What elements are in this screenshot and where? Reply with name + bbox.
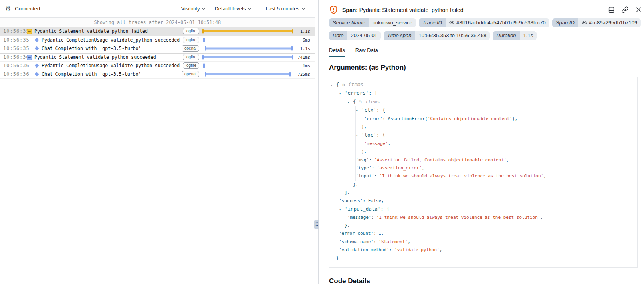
trace-time: 10:56:36 (3, 71, 24, 77)
visibility-label: Visibility (181, 6, 200, 12)
trace-row[interactable]: 10:56:35Pydantic Statement validate_pyth… (0, 27, 315, 36)
toggle-minus-icon (27, 55, 32, 60)
link-icon[interactable] (582, 20, 587, 25)
trace-time: 10:56:35 (3, 28, 24, 34)
collapse-toggle-icon[interactable] (26, 55, 32, 60)
code-details-heading: Code Details (329, 277, 644, 284)
trace-row[interactable]: 10:56:36Pydantic Statement validate_pyth… (0, 53, 315, 62)
indent-guide (339, 214, 347, 222)
tab-raw-data[interactable]: Raw Data (355, 47, 378, 57)
trace-row[interactable]: 10:56:36Pydantic CompletionUsage validat… (0, 62, 315, 70)
trace-row[interactable]: 10:56:36Chat Completion with 'gpt-3.5-tu… (0, 70, 315, 79)
meta-chip-value-text: 2024-05-01 (351, 32, 377, 38)
close-icon[interactable] (635, 6, 642, 14)
diamond-shape (34, 46, 39, 51)
span-diamond-icon (34, 64, 40, 67)
indent-guide (347, 156, 356, 164)
duration-label: 1.1s (297, 46, 315, 51)
collapse-chevron-icon[interactable]: ▾ (331, 81, 336, 89)
trace-time: 10:56:35 (3, 46, 24, 51)
code-line: 'message': 'I think we should always tre… (331, 214, 633, 222)
indent-guide (331, 156, 339, 164)
code-token: : (371, 214, 376, 222)
meta-chip: Trace ID#3ff16acbdde4a547b01d9c9c533fcc7… (419, 18, 549, 27)
scope-badge: openai (180, 45, 199, 52)
indent-guide (356, 140, 364, 148)
meta-chip-value-text: #3ff16acbdde4a547b01d9c9c533fcc70 (456, 20, 546, 26)
meta-chip-value[interactable]: #3ff16acbdde4a547b01d9c9c533fcc70 (446, 18, 549, 27)
arguments-python-view: ▾{ 6 items▾'errors': [▾{ 5 items▾'ctx': … (329, 77, 638, 268)
tab-details[interactable]: Details (329, 47, 345, 57)
app: ⚙ Connected Visibility Default levels La… (0, 0, 644, 284)
scope-badge: logfire (180, 54, 199, 60)
bar-line (205, 73, 291, 75)
meta-chip-label: Time span (384, 31, 415, 40)
indent-guide (331, 89, 339, 97)
span-meta-row-2: Date2024-05-01Time span10:56:35.353 to 1… (329, 31, 644, 40)
chevron-down-icon (248, 7, 252, 11)
indent-guide (347, 131, 356, 139)
link-icon[interactable] (449, 20, 454, 25)
scope-badge: logfire (180, 28, 199, 34)
indent-guide (331, 172, 339, 180)
default-levels-dropdown[interactable]: Default levels (214, 6, 252, 12)
collapse-chevron-icon[interactable]: ▾ (356, 131, 361, 139)
span-diamond-icon (34, 38, 40, 42)
duration-label: 6ms (297, 38, 315, 42)
bar-cap (203, 64, 205, 68)
indent-guide (339, 131, 347, 139)
visibility-dropdown[interactable]: Visibility (181, 6, 206, 12)
code-line: 'success': False, (331, 197, 633, 205)
meta-chip: Service Nameunknown_service (329, 18, 416, 27)
collapse-chevron-icon[interactable]: ▾ (347, 98, 353, 106)
code-token: 1 (378, 230, 381, 238)
code-token: 'error_count' (339, 230, 373, 238)
time-range-dropdown[interactable]: Last 5 minutes (266, 6, 305, 12)
gear-icon[interactable]: ⚙ (5, 6, 11, 12)
duration-label: 1.1s (297, 29, 315, 34)
arguments-heading: Arguments: (as Python) (329, 64, 644, 71)
indent-guide (339, 164, 347, 172)
indent-guide (347, 123, 356, 131)
span-title-text: Pydantic Statement validate_python faile… (359, 7, 464, 13)
default-levels-label: Default levels (214, 6, 246, 12)
span-meta-row-1: Service Nameunknown_serviceTrace ID#3ff1… (329, 18, 644, 27)
indent-guide (331, 189, 339, 197)
code-token: , (543, 172, 546, 180)
code-token: : (373, 238, 378, 246)
code-token: : { (376, 106, 386, 114)
collapse-chevron-icon[interactable]: ▾ (339, 89, 345, 97)
meta-chip-value-text: 10:56:35.353 to 10:56:36.458 (419, 32, 487, 38)
code-token: 'loc' (361, 131, 376, 139)
collapse-toggle-icon[interactable] (26, 29, 32, 34)
code-line: ▾{ 6 items (331, 81, 633, 89)
code-token: , (381, 197, 384, 205)
code-token: { (336, 81, 342, 89)
panel-splitter[interactable]: ⠿ (315, 0, 319, 284)
code-line: } (331, 254, 633, 262)
meta-chip-value[interactable]: #cc89a295db1b7109 (578, 18, 641, 27)
code-token: 'input' (356, 172, 374, 180)
trace-label: Chat Completion with 'gpt-3.5-turbo' (42, 46, 180, 51)
code-line: }, (331, 222, 633, 230)
code-line: 'error': AssertionError('Contains object… (331, 115, 633, 123)
code-line: 'message', (331, 140, 633, 148)
meta-chip-label: Date (329, 31, 347, 40)
meta-chip: Date2024-05-01 (329, 31, 381, 40)
code-line: ▾'ctx': { (331, 106, 633, 115)
time-range-label: Last 5 minutes (266, 6, 299, 12)
meta-chip-value-text: 1.1s (523, 32, 533, 38)
collapse-chevron-icon[interactable]: ▾ (356, 107, 361, 115)
code-token: : (374, 172, 379, 180)
link-icon[interactable] (621, 6, 629, 14)
code-line: }, (331, 181, 633, 189)
indent-guide (347, 148, 356, 156)
code-token: : (373, 230, 378, 238)
code-token: 'validate_python' (394, 246, 440, 254)
indent-guide (331, 98, 339, 106)
trace-row[interactable]: 10:56:35Pydantic CompletionUsage validat… (0, 36, 315, 45)
indent-guide (331, 205, 339, 213)
trace-row[interactable]: 10:56:35Chat Completion with 'gpt-3.5-tu… (0, 44, 315, 53)
collapse-chevron-icon[interactable]: ▾ (339, 205, 345, 213)
dock-panel-icon[interactable] (608, 6, 615, 14)
